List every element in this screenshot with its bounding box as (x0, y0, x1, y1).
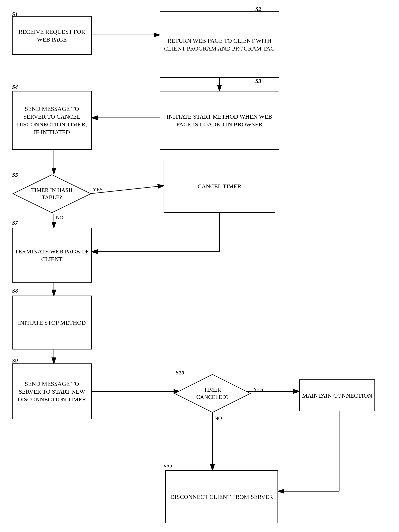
s12-text: DISCONNECT CLIENT FROM SERVER (170, 493, 273, 501)
s4-text: SEND MESSAGE TO SERVER TO CANCEL DISCONN… (15, 105, 89, 136)
s3-text: INITIATE START METHOD WHEN WEB PAGE IS L… (162, 113, 277, 128)
s4-label: S4 (12, 84, 18, 90)
s10-yes-label: YES (253, 386, 263, 393)
s5-text: TIMER IN HASH TABLE? (24, 187, 80, 201)
s3-label: S3 (255, 78, 261, 84)
flowchart: S1 RECEIVE REQUEST FOR WEB PAGE S2 RETUR… (0, 0, 399, 532)
s11-text: MAINTAIN CONNECTION (302, 392, 372, 399)
s2-text: RETURN WEB PAGE TO CLIENT WITH CLIENT PR… (162, 37, 277, 52)
s10-diamond: TIMER CANCELED? (174, 374, 251, 413)
s11-box: MAINTAIN CONNECTION (299, 380, 375, 411)
s5-no-label: NO (56, 215, 63, 221)
s12-box: DISCONNECT CLIENT FROM SERVER (165, 470, 278, 523)
s2-box: RETURN WEB PAGE TO CLIENT WITH CLIENT PR… (160, 11, 279, 78)
s10-text: TIMER CANCELED? (188, 386, 237, 401)
s7-label: S7 (12, 220, 18, 226)
s8-label: S8 (12, 288, 18, 294)
s8-box: INITIATE STOP METHOD (12, 296, 92, 349)
s10-no-label: NO (215, 415, 222, 421)
s1-text: RECEIVE REQUEST FOR WEB PAGE (15, 28, 89, 43)
s3-box: INITIATE START METHOD WHEN WEB PAGE IS L… (160, 91, 279, 150)
s6-box: CANCEL TIMER (164, 160, 275, 213)
s1-box: RECEIVE REQUEST FOR WEB PAGE (12, 16, 92, 55)
s9-text: SEND MESSAGE TO SERVER TO START NEW DISC… (15, 380, 89, 403)
s6-text: CANCEL TIMER (197, 182, 241, 190)
s9-label: S9 (12, 357, 18, 364)
s4-box: SEND MESSAGE TO SERVER TO CANCEL DISCONN… (12, 91, 92, 150)
s5-diamond: TIMER IN HASH TABLE? (12, 174, 92, 214)
s5-yes-label: YES (93, 187, 103, 193)
s12-label: S12 (164, 463, 172, 470)
s9-box: SEND MESSAGE TO SERVER TO START NEW DISC… (12, 363, 92, 419)
s8-text: INITIATE STOP METHOD (18, 319, 86, 327)
s7-text: TERMINATE WEB PAGE OF CLIENT (15, 247, 89, 263)
s7-box: TERMINATE WEB PAGE OF CLIENT (12, 228, 92, 283)
